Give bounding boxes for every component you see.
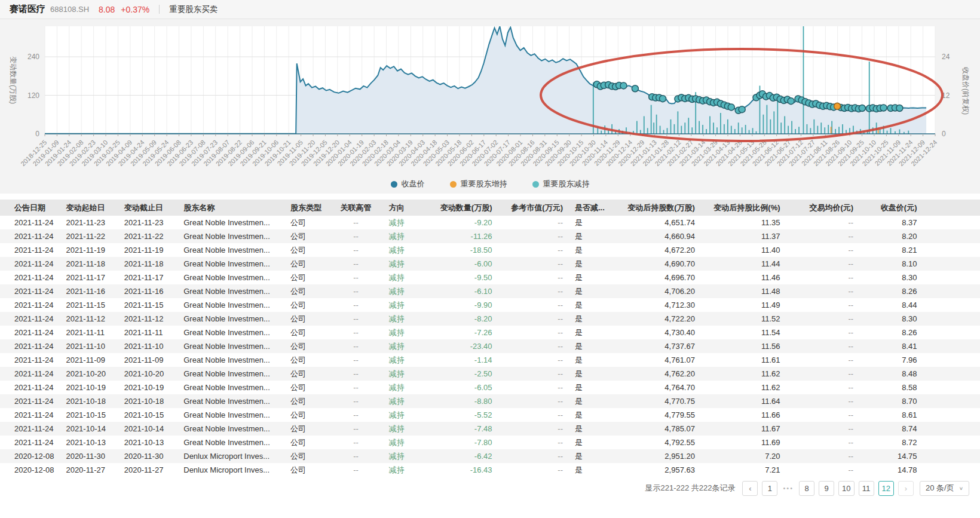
table-cell: 2021-10-20 <box>60 367 118 381</box>
table-cell: 2021-11-11 <box>118 326 177 339</box>
table-cell: -- <box>329 408 382 422</box>
header-bar: 赛诺医疗 688108.SH 8.08 +0.37% 重要股东买卖 <box>0 0 980 19</box>
svg-text:变动数量(万股): 变动数量(万股) <box>9 56 17 104</box>
table-cell: 是 <box>569 381 611 394</box>
table-cell: 4,761.07 <box>611 353 701 367</box>
svg-text:240: 240 <box>27 53 39 61</box>
table-cell: 减持 <box>383 312 425 326</box>
prev-page-button[interactable]: ‹ <box>742 481 758 496</box>
table-cell: -- <box>786 436 860 449</box>
table-cell: 减持 <box>383 339 425 353</box>
table-cell: 2020-12-08 <box>0 449 60 463</box>
page-size-select[interactable]: 20 条/页 ∨ <box>920 481 969 496</box>
table-cell: 公司 <box>284 449 329 463</box>
table-cell: -- <box>786 312 860 326</box>
page-button-11[interactable]: 11 <box>859 481 874 496</box>
table-cell: Great Noble Investmen... <box>177 229 284 243</box>
table-cell: -- <box>329 229 382 243</box>
table-cell: -- <box>498 271 569 284</box>
table-cell: 是 <box>569 216 611 229</box>
table-cell: -7.80 <box>425 436 498 449</box>
page-button-1[interactable]: 1 <box>762 481 777 496</box>
table-cell: Great Noble Investmen... <box>177 257 284 271</box>
table-cell: 2021-11-19 <box>60 243 118 257</box>
table-cell: 4,722.20 <box>611 312 701 326</box>
page-button-8[interactable]: 8 <box>799 481 814 496</box>
table-cell: 2021-11-17 <box>60 271 118 284</box>
table-cell: 8.21 <box>859 243 923 257</box>
table-cell: Great Noble Investmen... <box>177 312 284 326</box>
table-cell: 减持 <box>383 353 425 367</box>
table-header-row: 公告日期变动起始日变动截止日股东名称股东类型关联高管方向变动数量(万股)参考市值… <box>0 200 980 216</box>
header-spacer <box>923 200 980 216</box>
next-page-button[interactable]: › <box>898 481 914 496</box>
table-cell: Great Noble Investmen... <box>177 298 284 312</box>
table-cell: 减持 <box>383 216 425 229</box>
svg-text:0: 0 <box>942 130 946 138</box>
row-spacer <box>923 381 980 394</box>
stock-chart: 2018-12-252019-01-092019-01-242019-02-08… <box>0 19 980 174</box>
table-cell: 11.64 <box>701 394 786 408</box>
table-row: 2020-12-082020-11-272020-11-27Denlux Mic… <box>0 463 980 477</box>
table-cell: -- <box>786 257 860 271</box>
table-cell: Denlux Microport Inves... <box>177 463 284 477</box>
row-spacer <box>923 339 980 353</box>
legend-item-holder-decrease[interactable]: 重要股东减持 <box>532 179 590 189</box>
table-cell: 减持 <box>383 408 425 422</box>
table-cell: 2021-11-09 <box>60 353 118 367</box>
table-cell: -- <box>498 326 569 339</box>
table-cell: -6.00 <box>425 257 498 271</box>
table-cell: Great Noble Investmen... <box>177 436 284 449</box>
table-cell: 2021-11-24 <box>0 271 60 284</box>
table-cell: 2021-11-17 <box>118 271 177 284</box>
table-cell: -- <box>329 367 382 381</box>
table-cell: 7.96 <box>859 353 923 367</box>
table-cell: 11.61 <box>701 353 786 367</box>
stock-price: 8.08 <box>99 5 115 14</box>
row-spacer <box>923 394 980 408</box>
table-cell: 2021-11-23 <box>60 216 118 229</box>
table-cell: 2021-10-13 <box>60 436 118 449</box>
table-cell: 4,696.70 <box>611 271 701 284</box>
table-cell: 2021-11-11 <box>60 326 118 339</box>
table-cell: 2021-10-19 <box>60 381 118 394</box>
page-button-12[interactable]: 12 <box>878 481 894 496</box>
table-cell: Great Noble Investmen... <box>177 339 284 353</box>
table-cell: 8.10 <box>859 257 923 271</box>
table-cell: 11.46 <box>701 271 786 284</box>
table-cell: 7.20 <box>701 449 786 463</box>
row-spacer <box>923 367 980 381</box>
table-cell: 公司 <box>284 229 329 243</box>
table-cell: 2021-11-24 <box>0 339 60 353</box>
table-cell: 2021-10-14 <box>118 422 177 436</box>
table-cell: 2021-10-13 <box>118 436 177 449</box>
table-cell: 是 <box>569 326 611 339</box>
table-cell: 公司 <box>284 298 329 312</box>
table-cell: 2021-11-24 <box>0 408 60 422</box>
page-button-9[interactable]: 9 <box>819 481 834 496</box>
table-cell: 11.69 <box>701 436 786 449</box>
legend-item-close-price[interactable]: 收盘价 <box>391 179 425 189</box>
holder-decrease-dot-icon <box>532 181 539 188</box>
page-button-10[interactable]: 10 <box>838 481 854 496</box>
table-cell: 8.26 <box>859 284 923 298</box>
table-cell: 2021-11-12 <box>60 312 118 326</box>
table-cell: 2021-11-15 <box>118 298 177 312</box>
legend-item-holder-increase[interactable]: 重要股东增持 <box>450 179 507 189</box>
table-cell: -- <box>786 339 860 353</box>
stock-code: 688108.SH <box>50 5 89 14</box>
table-cell: Great Noble Investmen... <box>177 326 284 339</box>
table-cell: 2021-11-24 <box>0 229 60 243</box>
table-cell: 公司 <box>284 243 329 257</box>
more-pages-button[interactable]: ••• <box>782 485 795 492</box>
table-cell: 2021-11-16 <box>118 284 177 298</box>
table-cell: 2020-11-27 <box>118 463 177 477</box>
tab-important-shareholder-trades[interactable]: 重要股东买卖 <box>169 4 218 15</box>
table-cell: Great Noble Investmen... <box>177 408 284 422</box>
table-cell: 是 <box>569 463 611 477</box>
table-row: 2021-11-242021-10-152021-10-15Great Nobl… <box>0 408 980 422</box>
table-cell: 2021-11-10 <box>60 339 118 353</box>
table-cell: 4,762.20 <box>611 367 701 381</box>
shareholder-trades-table: 公告日期变动起始日变动截止日股东名称股东类型关联高管方向变动数量(万股)参考市值… <box>0 200 980 477</box>
table-cell: 减持 <box>383 257 425 271</box>
